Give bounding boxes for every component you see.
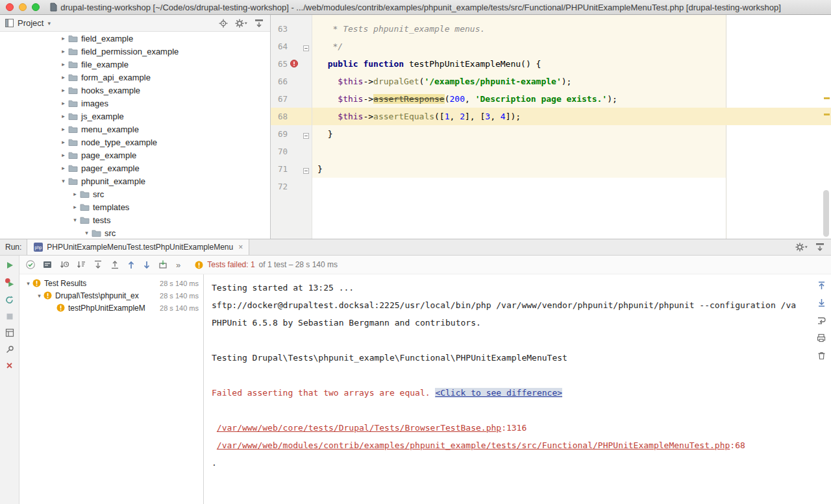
- test-tree-item[interactable]: ▾Test Results28 s 140 ms: [19, 277, 203, 289]
- titlebar: drupal-testing-workshop [~/Code/os/drupa…: [0, 0, 831, 15]
- warning-stripe-mark[interactable]: [824, 97, 830, 99]
- code-line[interactable]: $this->assertEquals([1, 2], [3, 4]);: [312, 108, 831, 125]
- fold-icon[interactable]: [303, 166, 309, 176]
- sort-duration-icon[interactable]: [59, 259, 69, 270]
- tree-item-page_example[interactable]: ▸page_example: [0, 149, 270, 162]
- chevron-down-icon[interactable]: ▾: [82, 230, 92, 236]
- stack-trace-link[interactable]: /var/www/web/core/tests/Drupal/Tests/Bro…: [217, 423, 501, 433]
- collapse-panel-icon[interactable]: [254, 19, 264, 28]
- chevron-right-icon[interactable]: ▸: [58, 61, 68, 67]
- more-chevron-icon[interactable]: »: [176, 260, 180, 270]
- tree-item-templates[interactable]: ▸templates: [0, 200, 270, 213]
- editor[interactable]: * Tests phpunit_example menus. */ public…: [271, 15, 831, 239]
- code-line[interactable]: }: [312, 160, 831, 178]
- chevron-right-icon[interactable]: ▸: [58, 74, 68, 80]
- code-line[interactable]: * Tests phpunit_example menus.: [312, 20, 831, 38]
- tree-item-hooks_example[interactable]: ▸hooks_example: [0, 84, 270, 97]
- minimize-window-button[interactable]: [19, 3, 27, 11]
- editor-scrollbar-thumb[interactable]: [823, 190, 829, 237]
- show-console-icon[interactable]: [42, 259, 53, 270]
- gutter-line: 70: [271, 143, 312, 160]
- chevron-right-icon[interactable]: ▸: [58, 126, 68, 132]
- autotest-icon[interactable]: [5, 295, 14, 305]
- sort-alpha-icon[interactable]: [76, 259, 86, 270]
- hide-panel-icon[interactable]: [815, 243, 825, 252]
- warning-stripe-mark[interactable]: [824, 114, 830, 115]
- code-line[interactable]: [312, 143, 831, 160]
- stop-icon[interactable]: [6, 313, 14, 320]
- gear-icon[interactable]: [795, 243, 808, 252]
- chevron-right-icon[interactable]: ▸: [58, 113, 68, 119]
- code-line[interactable]: [312, 178, 831, 195]
- test-tree-item[interactable]: ▾Drupal\Tests\phpunit_ex28 s 140 ms: [19, 289, 203, 302]
- test-history-icon[interactable]: [158, 259, 168, 270]
- console-output[interactable]: Testing started at 13:25 ...sftp://docke…: [204, 274, 812, 504]
- test-failed-gutter-icon[interactable]: [290, 60, 298, 69]
- tree-item-pager_example[interactable]: ▸pager_example: [0, 162, 270, 174]
- project-panel-title[interactable]: Project: [18, 18, 43, 28]
- test-tree-item[interactable]: testPhpUnitExampleM28 s 140 ms: [19, 302, 203, 314]
- run-tab[interactable]: php PHPUnitExampleMenuTest.testPhpUnitEx…: [27, 239, 249, 255]
- chevron-right-icon[interactable]: ▸: [58, 152, 68, 158]
- chevron-right-icon[interactable]: ▸: [58, 87, 68, 93]
- restore-layout-icon[interactable]: [5, 328, 14, 337]
- chevron-down-icon[interactable]: ▾: [58, 178, 68, 184]
- code-line[interactable]: $this->assertResponse(200, 'Description …: [312, 90, 831, 108]
- collapse-all-icon[interactable]: [110, 259, 120, 270]
- chevron-right-icon[interactable]: ▸: [58, 35, 68, 42]
- close-window-button[interactable]: [6, 3, 14, 11]
- tree-item-src[interactable]: ▸src: [0, 187, 270, 200]
- scroll-bottom-icon[interactable]: [817, 298, 826, 307]
- locate-icon[interactable]: [219, 19, 228, 28]
- tree-item-field_example[interactable]: ▸field_example: [0, 32, 270, 45]
- tree-item-file_example[interactable]: ▸file_example: [0, 58, 270, 71]
- code-line[interactable]: public function testPhpUnitExampleMenu()…: [312, 55, 831, 73]
- tree-item-js_example[interactable]: ▸js_example: [0, 110, 270, 123]
- soft-wrap-icon[interactable]: [817, 316, 826, 325]
- clear-icon[interactable]: [817, 351, 826, 360]
- see-difference-link[interactable]: <Click to see difference>: [435, 388, 562, 398]
- tree-item-src[interactable]: ▾src: [0, 226, 270, 239]
- next-failed-icon[interactable]: [142, 260, 151, 270]
- print-icon[interactable]: [817, 333, 826, 342]
- code-line[interactable]: }: [312, 125, 831, 143]
- expand-all-icon[interactable]: [93, 259, 103, 270]
- hide-passed-icon[interactable]: [25, 259, 36, 270]
- fold-icon[interactable]: [303, 43, 309, 53]
- chevron-down-icon[interactable]: ▾: [24, 280, 32, 287]
- tree-item-images[interactable]: ▸images: [0, 97, 270, 110]
- tree-item-form_api_example[interactable]: ▸form_api_example: [0, 71, 270, 84]
- chevron-down-icon[interactable]: ▾: [70, 217, 80, 223]
- chevron-right-icon[interactable]: ▸: [70, 204, 80, 210]
- console-line: /var/www/web/modules/contrib/examples/ph…: [212, 437, 812, 454]
- tree-item-node_type_example[interactable]: ▸node_type_example: [0, 136, 270, 149]
- tree-item-menu_example[interactable]: ▸menu_example: [0, 123, 270, 136]
- code-line[interactable]: */: [312, 38, 831, 55]
- rerun-failed-icon[interactable]: [5, 278, 14, 287]
- test-toolbar-icons: [25, 259, 168, 270]
- tree-item-tests[interactable]: ▾tests: [0, 213, 270, 226]
- chevron-right-icon[interactable]: ▸: [58, 48, 68, 54]
- fold-icon[interactable]: [303, 131, 309, 141]
- scroll-top-icon[interactable]: [817, 281, 826, 290]
- pin-icon[interactable]: [5, 345, 14, 354]
- test-item-label: Test Results: [44, 279, 86, 288]
- chevron-right-icon[interactable]: ▸: [58, 139, 68, 145]
- chevron-right-icon[interactable]: ▸: [70, 191, 80, 197]
- previous-failed-icon[interactable]: [127, 260, 136, 270]
- close-tab-icon[interactable]: ×: [238, 243, 243, 252]
- zoom-window-button[interactable]: [32, 3, 40, 11]
- chevron-right-icon[interactable]: ▸: [58, 165, 68, 171]
- folder-icon: [68, 60, 78, 69]
- rerun-icon[interactable]: [5, 261, 14, 270]
- chevron-right-icon[interactable]: ▸: [58, 100, 68, 106]
- code-line[interactable]: $this->drupalGet('/examples/phpunit-exam…: [312, 73, 831, 90]
- close-icon[interactable]: [6, 362, 13, 369]
- run-left-toolbar: [0, 256, 19, 504]
- tree-item-field_permission_example[interactable]: ▸field_permission_example: [0, 45, 270, 58]
- gear-icon[interactable]: [235, 19, 247, 28]
- chevron-down-icon[interactable]: ▾: [35, 293, 43, 299]
- tree-item-phpunit_example[interactable]: ▾phpunit_example: [0, 174, 270, 187]
- dropdown-arrow-icon[interactable]: ▾: [47, 20, 51, 27]
- stack-trace-link[interactable]: /var/www/web/modules/contrib/examples/ph…: [217, 440, 730, 450]
